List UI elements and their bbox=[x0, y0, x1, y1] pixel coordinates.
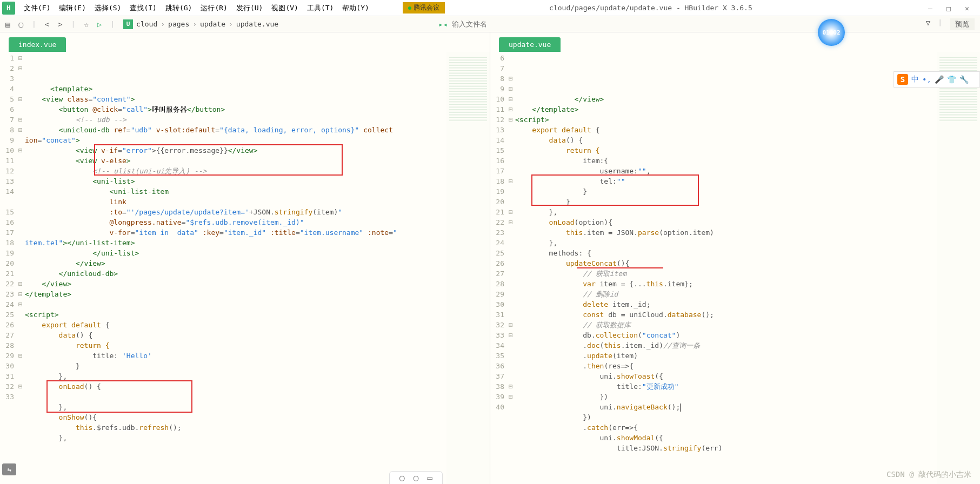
menubar: H 文件(F) 编辑(E) 选择(S) 查找(I) 跳转(G) 运行(R) 发行… bbox=[0, 0, 980, 16]
dock-btn-2-icon[interactable]: ◯ bbox=[414, 473, 419, 483]
breadcrumb-item[interactable]: pages bbox=[168, 20, 189, 28]
clock-badge[interactable]: 01:02 bbox=[818, 19, 845, 46]
breadcrumb-project-icon: U bbox=[123, 19, 133, 29]
meeting-badge[interactable]: 腾讯会议 bbox=[403, 2, 445, 14]
nav-forward-icon[interactable]: > bbox=[58, 20, 62, 29]
menu-help[interactable]: 帮助(Y) bbox=[338, 1, 373, 15]
window-title: cloud/pages/update/update.vue - HBuilder… bbox=[374, 4, 928, 12]
menu-view[interactable]: 视图(V) bbox=[267, 1, 302, 15]
breadcrumb-item[interactable]: update.vue bbox=[236, 20, 278, 28]
file-tab-index[interactable]: index.vue bbox=[9, 37, 66, 52]
watermark: CSDN @ 敲代码的小吉米 bbox=[886, 470, 971, 480]
ime-skin-icon[interactable]: 👕 bbox=[947, 75, 956, 84]
menu-edit[interactable]: 编辑(E) bbox=[55, 1, 90, 15]
maximize-icon[interactable]: □ bbox=[946, 4, 954, 12]
fold-left[interactable]: ⊟⊟ ⊟ ⊟⊟ ⊟ ⊟⊟⊟ ⊟ ⊟ bbox=[18, 52, 25, 484]
breadcrumb: U cloud› pages› update› update.vue bbox=[123, 19, 278, 29]
menu-publish[interactable]: 发行(U) bbox=[232, 1, 267, 15]
minimize-icon[interactable]: — bbox=[928, 4, 936, 12]
filename-input[interactable] bbox=[452, 20, 560, 29]
collapse-handle-icon[interactable]: ⇆ bbox=[2, 463, 16, 475]
dock-btn-1-icon[interactable]: ◯ bbox=[399, 473, 405, 483]
ime-toolbar[interactable]: S 中 •, 🎤 👕 🔧 bbox=[894, 71, 980, 88]
dock-btn-3-icon[interactable]: ▭ bbox=[427, 473, 432, 483]
ime-lang[interactable]: 中 bbox=[911, 75, 919, 84]
menu-goto[interactable]: 跳转(G) bbox=[161, 1, 196, 15]
app-logo: H bbox=[2, 2, 15, 15]
nav-back-icon[interactable]: < bbox=[45, 20, 49, 29]
editor-pane-right: update.vue 67891011121314151617181920212… bbox=[490, 32, 980, 484]
ime-tool-icon[interactable]: 🔧 bbox=[959, 75, 969, 84]
menu-run[interactable]: 运行(R) bbox=[196, 1, 231, 15]
bottom-dock: ◯ ◯ ▭ bbox=[389, 471, 443, 484]
ime-punct-icon[interactable]: •, bbox=[922, 75, 931, 84]
sidebar-toggle-icon[interactable]: ▤ bbox=[5, 20, 10, 29]
fold-right[interactable]: ⊟⊟⊟⊟⊟ ⊟ ⊟⊟ ⊟⊟ ⊟⊟ bbox=[509, 52, 515, 484]
breadcrumb-item[interactable]: cloud bbox=[136, 20, 157, 28]
menu-find[interactable]: 查找(I) bbox=[125, 1, 161, 15]
preview-button[interactable]: 预览 bbox=[950, 18, 975, 30]
code-left[interactable]: <template> <view class="content"> <butto… bbox=[25, 52, 446, 484]
new-file-icon[interactable]: ▸◂ bbox=[438, 20, 448, 29]
menu-select[interactable]: 选择(S) bbox=[90, 1, 125, 15]
menu-tools[interactable]: 工具(T) bbox=[303, 1, 338, 15]
code-right[interactable]: </view> </template> <script> export defa… bbox=[515, 52, 937, 484]
minimap-left[interactable] bbox=[446, 52, 490, 484]
editor-pane-left: index.vue 1234567891011121314 1516171819… bbox=[0, 32, 490, 484]
file-tab-update[interactable]: update.vue bbox=[499, 37, 561, 52]
breadcrumb-item[interactable]: update bbox=[200, 20, 225, 28]
gutter-left: 1234567891011121314 15161718192021222324… bbox=[0, 52, 18, 484]
sogou-logo-icon: S bbox=[897, 74, 908, 85]
terminal-icon[interactable]: ▢ bbox=[18, 20, 23, 29]
underline-delete bbox=[577, 267, 663, 268]
close-icon[interactable]: ✕ bbox=[965, 4, 972, 12]
run-icon[interactable]: ▷ bbox=[97, 20, 102, 29]
menu-file[interactable]: 文件(F) bbox=[19, 1, 55, 15]
minimap-right[interactable] bbox=[937, 52, 980, 484]
filter-icon[interactable]: ▽ bbox=[926, 18, 930, 30]
ime-mic-icon[interactable]: 🎤 bbox=[935, 75, 944, 84]
star-icon[interactable]: ☆ bbox=[84, 20, 88, 29]
gutter-right: 6789101112131415161718192021222324252627… bbox=[490, 52, 509, 484]
